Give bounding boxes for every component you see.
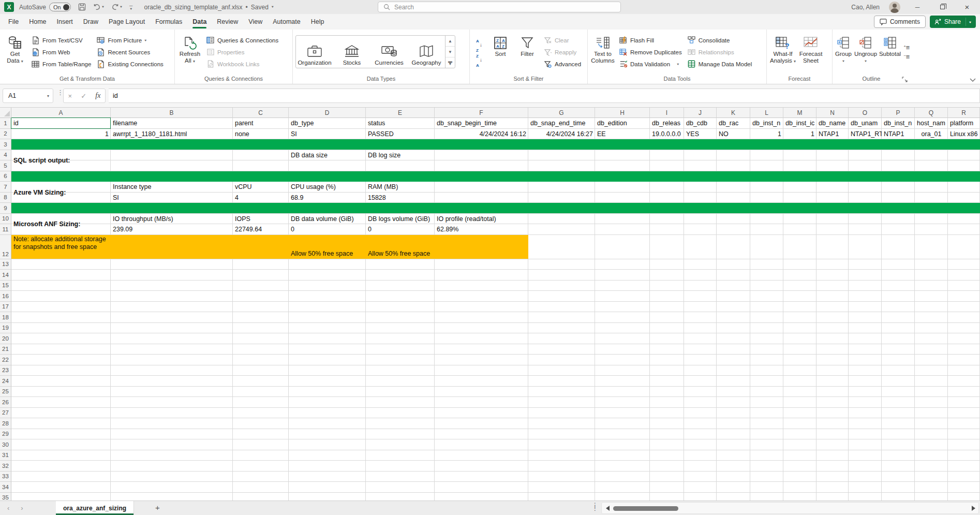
row-header-25[interactable]: 25 (0, 387, 11, 398)
cancel-icon[interactable]: × (68, 92, 72, 100)
row-header-7[interactable]: 7 (0, 182, 11, 193)
forecast-sheet-button[interactable]: Forecast Sheet (797, 33, 824, 71)
cell-C8[interactable]: 4 (233, 193, 289, 203)
cell-B1[interactable]: filename (111, 118, 233, 129)
undo-button[interactable]: ▾ (93, 4, 104, 10)
row-header-9[interactable]: 9 (0, 203, 11, 214)
column-header-N[interactable]: N (816, 108, 849, 118)
cell-P2[interactable]: NTAP1 (882, 129, 915, 140)
row-header-20[interactable]: 20 (0, 333, 11, 344)
cell-H1[interactable]: db_edition (595, 118, 650, 129)
cell-D2[interactable]: SI (289, 129, 366, 140)
cell-H2[interactable]: EE (595, 129, 650, 140)
horizontal-scrollbar[interactable] (601, 502, 979, 514)
cell-L2[interactable]: 1 (750, 129, 783, 140)
ungroup-button[interactable]: Ungroup ▾ (854, 33, 878, 71)
gallery-more-icon[interactable]: ▬▼ (446, 57, 455, 68)
cell-K1[interactable]: db_rac (717, 118, 750, 129)
row-header-31[interactable]: 31 (0, 450, 11, 461)
formula-input[interactable]: id (109, 89, 980, 103)
avatar[interactable] (889, 2, 900, 13)
cell-R2[interactable]: Linux x86 (948, 129, 980, 140)
cell-D12[interactable]: Allow 50% free space (289, 235, 366, 259)
green-band-row-9[interactable] (11, 203, 980, 213)
row-header-11[interactable]: 11 (0, 224, 11, 235)
sort-za-button[interactable]: ZA↓ (472, 54, 486, 66)
next-sheet-icon[interactable]: › (21, 504, 23, 512)
cell-A1[interactable]: id (11, 118, 111, 129)
cell-M1[interactable]: db_inst_ic (783, 118, 816, 129)
customize-quick-access-icon[interactable]: ─▾ (129, 5, 132, 10)
cell-C1[interactable]: parent (233, 118, 289, 129)
select-all-corner[interactable] (0, 108, 11, 118)
cell-J1[interactable]: db_cdb (684, 118, 717, 129)
cell-F10[interactable]: IO profile (read/total) (435, 214, 528, 225)
cell-Q1[interactable]: host_nam (915, 118, 948, 129)
cell-G1[interactable]: db_snap_end_time (528, 118, 595, 129)
row-header-2[interactable]: 2 (0, 129, 11, 140)
cell-A4[interactable]: SQL script output: (11, 150, 111, 171)
column-header-B[interactable]: B (111, 108, 233, 118)
cell-J2[interactable]: YES (684, 129, 717, 140)
row-header-23[interactable]: 23 (0, 365, 11, 376)
column-header-D[interactable]: D (289, 108, 366, 118)
insert-function-icon[interactable]: fx (95, 92, 100, 100)
subtotal-button[interactable]: Subtotal (878, 33, 902, 71)
column-header-Q[interactable]: Q (915, 108, 948, 118)
advanced-filter-button[interactable]: Advanced (542, 58, 583, 69)
recent-sources-button[interactable]: Recent Sources (95, 47, 165, 57)
name-box[interactable]: A1 ▾ (3, 89, 53, 103)
row-header-12[interactable]: 12 (0, 235, 11, 259)
column-header-O[interactable]: O (849, 108, 882, 118)
cell-D10[interactable]: DB data volume (GiB) (289, 214, 366, 225)
column-header-R[interactable]: R (948, 108, 980, 118)
cell-I2[interactable]: 19.0.0.0.0 (650, 129, 684, 140)
document-title[interactable]: oracle_db_sizing_template_anf.xlsx • Sav… (144, 4, 273, 11)
cell-B8[interactable]: SI (111, 193, 233, 203)
scroll-left-icon[interactable] (606, 506, 610, 511)
row-header-5[interactable]: 5 (0, 160, 11, 171)
column-header-J[interactable]: J (684, 108, 717, 118)
row-header-3[interactable]: 3 (0, 139, 11, 150)
close-icon[interactable]: × (959, 3, 975, 11)
tab-automate[interactable]: Automate (268, 14, 306, 30)
tab-help[interactable]: Help (306, 14, 330, 30)
column-header-G[interactable]: G (528, 108, 595, 118)
data-type-organization[interactable]: Organization (296, 36, 333, 68)
row-header-34[interactable]: 34 (0, 482, 11, 493)
cell-O2[interactable]: NTAP1_RT (849, 129, 882, 140)
scrollbar-thumb[interactable] (613, 506, 678, 511)
cell-E11[interactable]: 0 (366, 224, 435, 235)
share-dropdown-icon[interactable]: ▾ (969, 20, 971, 23)
minimize-icon[interactable]: ─ (910, 4, 925, 11)
what-if-analysis-button[interactable]: ? What-If Analysis ▾ (768, 33, 797, 71)
cell-B2[interactable]: awrrpt_1_1180_1181.html (111, 129, 233, 140)
tab-formulas[interactable]: Formulas (150, 14, 187, 30)
green-band-row-3[interactable] (11, 139, 980, 150)
scroll-right-icon[interactable] (972, 506, 975, 511)
share-button[interactable]: Share ▾ (930, 16, 976, 28)
from-text-csv-button[interactable]: From Text/CSV (29, 35, 93, 46)
cell-A12[interactable]: Note: allocate additional storage for sn… (11, 235, 111, 259)
data-validation-button[interactable]: Data Validation ▾ (617, 58, 684, 69)
row-header-1[interactable]: 1 (0, 118, 11, 129)
cell-B11[interactable]: 239.09 (111, 224, 233, 235)
row-header-4[interactable]: 4 (0, 150, 11, 161)
gallery-up-icon[interactable]: ▲ (446, 36, 455, 47)
cell-O1[interactable]: db_unam (849, 118, 882, 129)
cell-A2[interactable]: 1 (11, 129, 111, 140)
cell-N1[interactable]: db_name (816, 118, 849, 129)
search-input[interactable]: Search (378, 2, 621, 12)
cell-G2[interactable]: 4/24/2024 16:27 (528, 129, 595, 140)
row-header-13[interactable]: 13 (0, 259, 11, 270)
flash-fill-button[interactable]: Flash Fill (617, 35, 684, 46)
cell-M2[interactable]: 1 (783, 129, 816, 140)
row-header-32[interactable]: 32 (0, 461, 11, 472)
row-header-6[interactable]: 6 (0, 171, 11, 182)
cell-F2[interactable]: 4/24/2024 16:12 (435, 129, 528, 140)
row-header-27[interactable]: 27 (0, 408, 11, 419)
group-button[interactable]: Group ▾ (833, 33, 854, 71)
redo-button[interactable]: ▾ (111, 4, 122, 10)
outline-dialog-launcher-icon[interactable] (902, 77, 908, 82)
column-header-E[interactable]: E (366, 108, 435, 118)
